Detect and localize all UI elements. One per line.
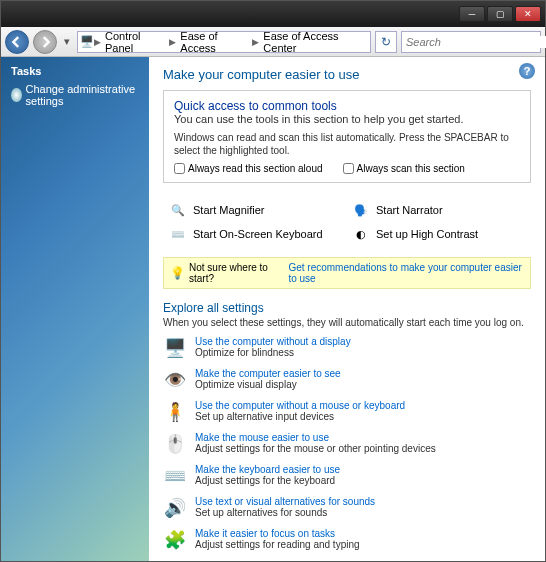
setting-desc: Optimize for blindness — [195, 347, 531, 358]
breadcrumb-item[interactable]: Ease of Access — [176, 30, 252, 54]
close-button[interactable]: ✕ — [515, 6, 541, 22]
setting-desc: Set up alternative input devices — [195, 411, 531, 422]
setting-no-mouse-keyboard[interactable]: 🧍Use the computer without a mouse or key… — [163, 400, 531, 424]
always-read-checkbox[interactable]: Always read this section aloud — [174, 163, 323, 174]
hint-bar: 💡 Not sure where to start? Get recommend… — [163, 257, 531, 289]
focus-icon: 🧩 — [163, 528, 187, 552]
breadcrumb[interactable]: 🖥️ ▶ Control Panel ▶ Ease of Access ▶ Ea… — [77, 31, 371, 53]
eye-icon: 👁️ — [163, 368, 187, 392]
breadcrumb-item[interactable]: Ease of Access Center — [259, 30, 368, 54]
setting-easier-see[interactable]: 👁️Make the computer easier to seeOptimiz… — [163, 368, 531, 392]
explore-heading: Explore all settings — [163, 301, 531, 315]
minimize-button[interactable]: ─ — [459, 6, 485, 22]
setting-desc: Optimize visual display — [195, 379, 531, 390]
window: ─ ▢ ✕ ▾ 🖥️ ▶ Control Panel ▶ Ease of Acc… — [0, 0, 546, 562]
setting-desc: Adjust settings for the keyboard — [195, 475, 531, 486]
shield-icon — [11, 88, 22, 102]
titlebar: ─ ▢ ✕ — [1, 1, 545, 27]
sidebar: Tasks Change administrative settings — [1, 57, 149, 561]
chevron-icon: ▶ — [252, 37, 259, 47]
keyboard-icon: ⌨️ — [163, 464, 187, 488]
setting-link[interactable]: Make the mouse easier to use — [195, 432, 531, 443]
chevron-icon: ▶ — [94, 37, 101, 47]
body: Tasks Change administrative settings ? M… — [1, 57, 545, 561]
setting-link[interactable]: Make the computer easier to see — [195, 368, 531, 379]
always-scan-checkbox[interactable]: Always scan this section — [343, 163, 465, 174]
setting-focus-tasks[interactable]: 🧩Make it easier to focus on tasksAdjust … — [163, 528, 531, 552]
checkbox-icon[interactable] — [343, 163, 354, 174]
setting-desc: Set up alternatives for sounds — [195, 507, 531, 518]
setting-link[interactable]: Make the keyboard easier to use — [195, 464, 531, 475]
history-dropdown[interactable]: ▾ — [61, 32, 73, 52]
speaker-icon: 🔊 — [163, 496, 187, 520]
recommendations-link[interactable]: Get recommendations to make your compute… — [288, 262, 524, 284]
search-input[interactable] — [402, 36, 546, 48]
search-box[interactable] — [401, 31, 541, 53]
maximize-button[interactable]: ▢ — [487, 6, 513, 22]
back-button[interactable] — [5, 30, 29, 54]
setting-link[interactable]: Use the computer without a display — [195, 336, 531, 347]
setting-mouse[interactable]: 🖱️Make the mouse easier to useAdjust set… — [163, 432, 531, 456]
forward-button[interactable] — [33, 30, 57, 54]
navbar: ▾ 🖥️ ▶ Control Panel ▶ Ease of Access ▶ … — [1, 27, 545, 57]
main-content: ? Make your computer easier to use Quick… — [149, 57, 545, 561]
contrast-icon: ◐ — [352, 225, 370, 243]
settings-list: 🖥️Use the computer without a displayOpti… — [163, 336, 531, 552]
person-icon: 🧍 — [163, 400, 187, 424]
keyboard-icon: ⌨️ — [169, 225, 187, 243]
link-label: Change administrative settings — [26, 83, 139, 107]
change-admin-settings-link[interactable]: Change administrative settings — [11, 83, 139, 107]
high-contrast-link[interactable]: ◐Set up High Contrast — [352, 225, 525, 243]
start-osk-link[interactable]: ⌨️Start On-Screen Keyboard — [169, 225, 342, 243]
refresh-button[interactable]: ↻ — [375, 31, 397, 53]
tools-grid: 🔍Start Magnifier 🗣️Start Narrator ⌨️Star… — [163, 187, 531, 257]
setting-sound-alternatives[interactable]: 🔊Use text or visual alternatives for sou… — [163, 496, 531, 520]
box-heading: Quick access to common tools — [174, 99, 520, 113]
tasks-heading: Tasks — [11, 65, 139, 77]
box-subtext: You can use the tools in this section to… — [174, 113, 520, 125]
magnifier-icon: 🔍 — [169, 201, 187, 219]
box-note: Windows can read and scan this list auto… — [174, 131, 520, 157]
help-button[interactable]: ? — [519, 63, 535, 79]
chevron-icon: ▶ — [169, 37, 176, 47]
breadcrumb-item[interactable]: Control Panel — [101, 30, 169, 54]
hint-text: Not sure where to start? — [189, 262, 284, 284]
explore-subtext: When you select these settings, they wil… — [163, 317, 531, 328]
start-magnifier-link[interactable]: 🔍Start Magnifier — [169, 201, 342, 219]
setting-no-display[interactable]: 🖥️Use the computer without a displayOpti… — [163, 336, 531, 360]
start-narrator-link[interactable]: 🗣️Start Narrator — [352, 201, 525, 219]
monitor-icon: 🖥️ — [163, 336, 187, 360]
setting-link[interactable]: Use text or visual alternatives for soun… — [195, 496, 531, 507]
quick-access-box: Quick access to common tools You can use… — [163, 90, 531, 183]
folder-icon: 🖥️ — [80, 35, 94, 48]
setting-desc: Adjust settings for the mouse or other p… — [195, 443, 531, 454]
page-title: Make your computer easier to use — [163, 67, 531, 82]
checkbox-row: Always read this section aloud Always sc… — [174, 163, 520, 174]
narrator-icon: 🗣️ — [352, 201, 370, 219]
checkbox-icon[interactable] — [174, 163, 185, 174]
setting-keyboard[interactable]: ⌨️Make the keyboard easier to useAdjust … — [163, 464, 531, 488]
mouse-icon: 🖱️ — [163, 432, 187, 456]
setting-link[interactable]: Make it easier to focus on tasks — [195, 528, 531, 539]
lightbulb-icon: 💡 — [170, 266, 185, 280]
setting-desc: Adjust settings for reading and typing — [195, 539, 531, 550]
setting-link[interactable]: Use the computer without a mouse or keyb… — [195, 400, 531, 411]
